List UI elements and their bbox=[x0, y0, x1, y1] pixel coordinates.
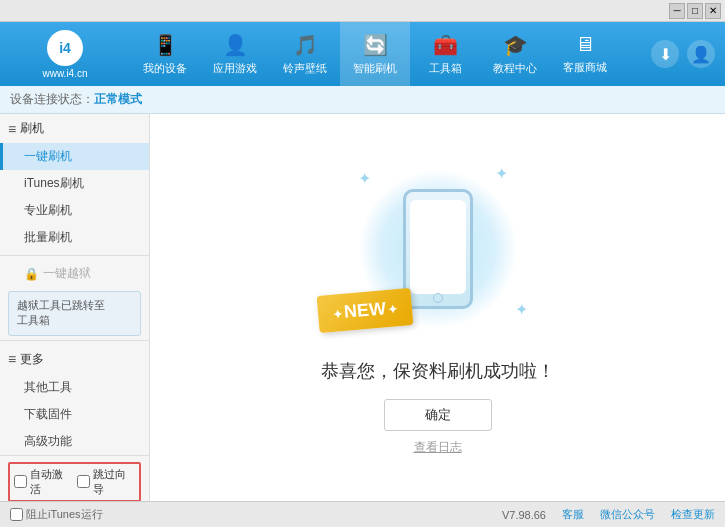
nav-my-device[interactable]: 📱 我的设备 bbox=[130, 22, 200, 86]
sidebar-divider-2 bbox=[0, 340, 149, 341]
sidebar-item-itunes-flash[interactable]: iTunes刷机 bbox=[0, 170, 149, 197]
sidebar-disabled-jailbreak: 🔒 一键越狱 bbox=[0, 260, 149, 287]
logo-icon: i4 bbox=[47, 30, 83, 66]
logo-area: i4 www.i4.cn bbox=[0, 30, 130, 79]
titlebar: ─ □ ✕ bbox=[0, 0, 725, 22]
sparkle-3: ✦ bbox=[515, 300, 528, 319]
ringtones-icon: 🎵 bbox=[293, 33, 318, 57]
new-badge: NEW bbox=[316, 288, 413, 333]
flash-section-icon: ≡ bbox=[8, 121, 16, 137]
more-section-header: ≡ 更多 bbox=[0, 345, 149, 374]
smart-flash-icon: 🔄 bbox=[363, 33, 388, 57]
more-section-label: 更多 bbox=[20, 351, 44, 368]
auto-activate-label: 自动激活 bbox=[30, 467, 73, 497]
my-device-icon: 📱 bbox=[153, 33, 178, 57]
sidebar-item-other-tools[interactable]: 其他工具 bbox=[0, 374, 149, 401]
status-value: 正常模式 bbox=[94, 91, 142, 108]
nav-my-device-label: 我的设备 bbox=[143, 61, 187, 76]
sparkle-1: ✦ bbox=[358, 169, 371, 188]
nav-right: ⬇ 👤 bbox=[651, 40, 725, 68]
sidebar-item-batch-flash[interactable]: 批量刷机 bbox=[0, 224, 149, 251]
flash-section-header: ≡ 刷机 bbox=[0, 114, 149, 143]
phone-screen bbox=[410, 200, 466, 294]
check-update-label[interactable]: 检查更新 bbox=[671, 507, 715, 522]
phone-home-button bbox=[433, 293, 443, 303]
auto-activate-row: 自动激活 跳过向导 bbox=[8, 462, 141, 501]
wechat-label[interactable]: 微信公众号 bbox=[600, 507, 655, 522]
logo-subtitle: www.i4.cn bbox=[42, 68, 87, 79]
nav-ringtones[interactable]: 🎵 铃声壁纸 bbox=[270, 22, 340, 86]
minimize-button[interactable]: ─ bbox=[669, 3, 685, 19]
nav-ringtones-label: 铃声壁纸 bbox=[283, 61, 327, 76]
sidebar-item-pro-flash[interactable]: 专业刷机 bbox=[0, 197, 149, 224]
maximize-button[interactable]: □ bbox=[687, 3, 703, 19]
nav-smart-flash-label: 智能刷机 bbox=[353, 61, 397, 76]
itunes-block-checkbox[interactable] bbox=[10, 508, 23, 521]
status-prefix: 设备连接状态： bbox=[10, 91, 94, 108]
close-button[interactable]: ✕ bbox=[705, 3, 721, 19]
content-area: ✦ ✦ ✦ NEW 恭喜您，保资料刷机成功啦！ 确定 查看日志 bbox=[150, 114, 725, 501]
sidebar-item-one-key-flash[interactable]: 一键刷机 bbox=[0, 143, 149, 170]
nav-items: 📱 我的设备 👤 应用游戏 🎵 铃声壁纸 🔄 智能刷机 🧰 工具箱 🎓 教程中心… bbox=[130, 22, 651, 86]
flash-section-label: 刷机 bbox=[20, 120, 44, 137]
footer-right: V7.98.66 客服 微信公众号 检查更新 bbox=[502, 507, 715, 522]
footer: 阻止iTunes运行 V7.98.66 客服 微信公众号 检查更新 bbox=[0, 501, 725, 527]
user-button[interactable]: 👤 bbox=[687, 40, 715, 68]
success-text: 恭喜您，保资料刷机成功啦！ bbox=[321, 359, 555, 383]
itunes-block-checkbox-wrap: 阻止iTunes运行 bbox=[10, 507, 103, 522]
service-icon: 🖥 bbox=[575, 33, 595, 56]
phone-body bbox=[403, 189, 473, 309]
nav-smart-flash[interactable]: 🔄 智能刷机 bbox=[340, 22, 410, 86]
toolbox-icon: 🧰 bbox=[433, 33, 458, 57]
version-label: V7.98.66 bbox=[502, 509, 546, 521]
nav-tutorials-label: 教程中心 bbox=[493, 61, 537, 76]
nav-toolbox[interactable]: 🧰 工具箱 bbox=[410, 22, 480, 86]
skin-label[interactable]: 客服 bbox=[562, 507, 584, 522]
footer-left: 阻止iTunes运行 bbox=[10, 507, 482, 522]
skip-guide-label: 跳过向导 bbox=[93, 467, 136, 497]
sidebar-divider-1 bbox=[0, 255, 149, 256]
main-area: ≡ 刷机 一键刷机 iTunes刷机 专业刷机 批量刷机 🔒 一键越狱 越狱工具… bbox=[0, 114, 725, 501]
nav-toolbox-label: 工具箱 bbox=[429, 61, 462, 76]
sidebar-item-advanced[interactable]: 高级功能 bbox=[0, 428, 149, 455]
nav-apps-games[interactable]: 👤 应用游戏 bbox=[200, 22, 270, 86]
download-button[interactable]: ⬇ bbox=[651, 40, 679, 68]
nav-service[interactable]: 🖥 客服商城 bbox=[550, 22, 620, 86]
auto-activate-checkbox[interactable] bbox=[14, 475, 27, 488]
sparkle-2: ✦ bbox=[495, 164, 508, 183]
nav-service-label: 客服商城 bbox=[563, 60, 607, 75]
skip-guide-checkbox-label[interactable]: 跳过向导 bbox=[77, 467, 136, 497]
confirm-button[interactable]: 确定 bbox=[384, 399, 492, 431]
sidebar-item-download-firmware[interactable]: 下载固件 bbox=[0, 401, 149, 428]
more-section-icon: ≡ bbox=[8, 351, 16, 367]
apps-games-icon: 👤 bbox=[223, 33, 248, 57]
tutorials-icon: 🎓 bbox=[503, 33, 528, 57]
itunes-block-label: 阻止iTunes运行 bbox=[26, 507, 103, 522]
skip-guide-checkbox[interactable] bbox=[77, 475, 90, 488]
auto-activate-checkbox-label[interactable]: 自动激活 bbox=[14, 467, 73, 497]
header: i4 www.i4.cn 📱 我的设备 👤 应用游戏 🎵 铃声壁纸 🔄 智能刷机… bbox=[0, 22, 725, 86]
log-link[interactable]: 查看日志 bbox=[414, 439, 462, 456]
statusbar: 设备连接状态： 正常模式 bbox=[0, 86, 725, 114]
sidebar: ≡ 刷机 一键刷机 iTunes刷机 专业刷机 批量刷机 🔒 一键越狱 越狱工具… bbox=[0, 114, 150, 501]
sidebar-bottom: 自动激活 跳过向导 📱 iPhone 15 Pro Max 512GB iPho… bbox=[0, 455, 149, 501]
nav-apps-games-label: 应用游戏 bbox=[213, 61, 257, 76]
nav-tutorials[interactable]: 🎓 教程中心 bbox=[480, 22, 550, 86]
sidebar-notice: 越狱工具已跳转至工具箱 bbox=[8, 291, 141, 336]
phone-illustration: ✦ ✦ ✦ NEW bbox=[338, 159, 538, 339]
